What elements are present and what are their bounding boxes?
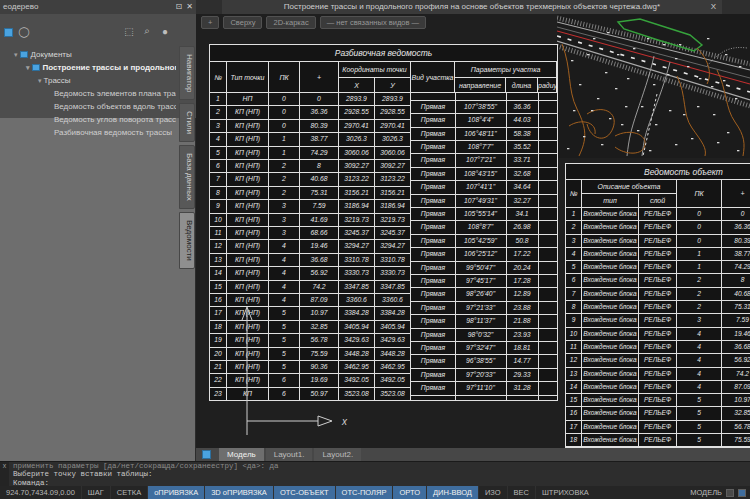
table-row[interactable]: 14Вхождение блокаРЕЛЬЕФ487.09 [566,381,750,394]
view-button[interactable]: 2D-каркас [266,16,315,29]
table-row[interactable]: 1Вхождение блокаРЕЛЬЕФ00 [566,208,750,221]
segment-row[interactable]: Прямая98°0'32"23.93 [411,328,557,341]
notification-icon[interactable] [738,489,746,497]
side-tab-Навигатор[interactable]: Навигатор [179,46,195,100]
segment-row[interactable]: Прямая98°11'37"21.88 [411,314,557,327]
table-row[interactable]: 3КП (НП)080.392970.412970.41 [210,120,411,133]
layers-icon[interactable] [4,28,13,37]
segment-row[interactable]: Прямая107°7'21"33.71 [411,153,557,166]
table-row[interactable]: 11КП (НП)368.663245.373245.37 [210,227,411,240]
status-toggle[interactable]: ОТС-ПОЛЯР [335,486,393,499]
side-tab-Стили[interactable]: Стили [179,103,195,142]
command-panel[interactable]: x применить параметры [да/нет/сокращда/с… [0,461,750,486]
model-space-button[interactable]: МОДЕЛЬ [690,488,722,497]
table-row[interactable]: 10КП (НП)341.693219.733219.73 [210,214,411,227]
table-row[interactable]: 8Вхождение блокаРЕЛЬЕФ275.31 [566,301,750,314]
table-row[interactable]: 17Вхождение блокаРЕЛЬЕФ556.78 [566,421,750,434]
table-row[interactable]: 11Вхождение блокаРЕЛЬЕФ436.68 [566,341,750,354]
tree-node-project[interactable]: ▾Построение трассы и продольного про... [4,61,176,74]
help-icon[interactable]: ● [158,24,172,38]
layout-tab-Модель[interactable]: Модель [219,448,264,461]
table-row[interactable]: 2КП (НП)036.362928.552928.55 [210,106,411,119]
table-row[interactable]: 6Вхождение блокаРЕЛЬЕФ28 [566,274,750,287]
objects-table[interactable]: Ведомость объект №Описание объектатипсло… [565,163,750,448]
pin-icon[interactable]: ⊡ [176,0,183,14]
tree-item[interactable]: Ведомость углов поворота трассы [4,113,176,126]
close-icon[interactable]: X [711,0,716,14]
segment-row[interactable]: Прямая97°45'17"17.28 [411,274,557,287]
segment-row[interactable]: Прямая106°48'11"58.38 [411,127,557,140]
workspace-icon[interactable] [726,489,734,497]
plan-drawing[interactable] [557,14,750,158]
chevron-down-icon[interactable]: ▾ [26,64,30,71]
layout-tab-Layout1.[interactable]: Layout1. [266,448,313,461]
document-tab[interactable]: Построение трассы и продольного профиля … [222,0,722,14]
segment-row[interactable]: Прямая107°38'55"36.36 [411,100,557,113]
segment-row[interactable]: Прямая107°49'31"32.27 [411,194,557,207]
status-toggle[interactable]: СЕТКА [110,486,147,499]
status-toggle[interactable]: 3D оПРИВЯЗКА [204,486,273,499]
status-toggle[interactable]: ШАГ [81,486,110,499]
table-row[interactable]: 12Вхождение блокаРЕЛЬЕФ456.92 [566,354,750,367]
segment-row[interactable]: Прямая108°7'7"35.52 [411,140,557,153]
close-icon[interactable]: x [0,462,9,469]
segment-row[interactable]: Прямая107°41'1"34.64 [411,180,557,193]
status-toggle[interactable]: ВЕС [507,486,535,499]
refresh-icon[interactable]: ◯ [17,24,31,38]
segment-row[interactable]: Прямая105°42'59"50.8 [411,234,557,247]
segment-row[interactable]: Прямая108°4'4"44.03 [411,113,557,126]
select-rect-icon[interactable]: ⬚ [122,24,136,38]
table-row[interactable]: 5Вхождение блокаРЕЛЬЕФ174.29 [566,261,750,274]
status-toggle[interactable]: ШТРИХОВКА [535,486,595,499]
segment-row[interactable]: Прямая97°32'47"18.81 [411,341,557,354]
segment-row[interactable]: Прямая108°43'15"32.68 [411,167,557,180]
save-icon[interactable] [202,450,211,459]
table-row[interactable]: 4Вхождение блокаРЕЛЬЕФ138.77 [566,248,750,261]
chevron-down-icon[interactable]: ▾ [38,77,42,84]
table-row[interactable]: 13Вхождение блокаРЕЛЬЕФ474.2 [566,368,750,381]
tree-item[interactable]: Разбивочная ведомость трассы [4,126,176,139]
layout-tab-Layout2.[interactable]: Layout2. [314,448,361,461]
status-toggle[interactable]: ОТС-ОБЪЕКТ [273,486,335,499]
status-toggle[interactable]: ДИН-ВВОД [426,486,478,499]
chevron-down-icon[interactable]: ▾ [14,51,18,58]
tree-item[interactable]: Ведомость элементов плана трассы [4,87,176,100]
view-button[interactable]: Сверху [223,16,262,29]
table-row[interactable]: 5КП (НП)174.293060.063060.06 [210,147,411,160]
table-row[interactable]: 9КП (НП)37.593186.943186.94 [210,200,411,213]
side-tab-База данных[interactable]: База данных [179,145,195,209]
segment-row[interactable]: Прямая105°55'14"34.1 [411,207,557,220]
table-row[interactable]: 6КП (НП)283092.273092.27 [210,160,411,173]
view-button[interactable]: + [201,16,219,29]
segment-row[interactable]: Прямая97°20'33"29.33 [411,368,557,381]
table-row[interactable]: 13КП (НП)436.683310.783310.78 [210,254,411,267]
segment-row[interactable]: Прямая106°25'12"17.22 [411,247,557,260]
table-row[interactable]: 7КП (НП)240.683123.223123.22 [210,173,411,186]
table-row[interactable]: 1НП002893.92893.9 [210,93,411,106]
table-row[interactable]: 14КП (НП)456.923330.733330.73 [210,267,411,280]
table-row[interactable]: 9Вхождение блокаРЕЛЬЕФ37.59 [566,314,750,327]
tree-node-trassy[interactable]: ▾Трассы [4,74,176,87]
status-toggle[interactable]: оПРИВЯЗКА [147,486,204,499]
segment-row[interactable]: Прямая98°26'40"12.89 [411,287,557,300]
table-row[interactable]: 18Вхождение блокаРЕЛЬЕФ575.59 [566,434,750,447]
table-row[interactable]: 7Вхождение блокаРЕЛЬЕФ240.68 [566,288,750,301]
segment-row[interactable]: Прямая108°8'7"26.98 [411,220,557,233]
segment-row[interactable]: Прямая97°11'10"31.28 [411,381,557,394]
table-row[interactable]: 15Вхождение блокаРЕЛЬЕФ510.97 [566,394,750,407]
close-icon[interactable]: ✕ [186,0,193,14]
segment-row[interactable]: Прямая97°21'33"23.88 [411,301,557,314]
segment-row[interactable]: Прямая96°38'55"14.77 [411,354,557,367]
table-row[interactable]: 2Вхождение блокаРЕЛЬЕФ036.36 [566,221,750,234]
segment-row[interactable]: Прямая99°50'47"20.24 [411,261,557,274]
table-row[interactable]: 16Вхождение блокаРЕЛЬЕФ532.85 [566,407,750,420]
table-row[interactable]: 10Вхождение блокаРЕЛЬЕФ419.46 [566,328,750,341]
table-row[interactable]: 3Вхождение блокаРЕЛЬЕФ080.39 [566,235,750,248]
table-row[interactable]: 4КП (НП)138.773026.33026.3 [210,133,411,146]
tree-node-documents[interactable]: ▾Документы [4,48,176,61]
table-row[interactable]: 8КП (НП)275.313156.213156.21 [210,187,411,200]
view-button[interactable]: — нет связанных видов — [320,16,426,29]
side-tab-Ведомости[interactable]: Ведомости [179,212,195,269]
tree-item[interactable]: Ведомость объектов вдоль трассы [4,100,176,113]
status-toggle[interactable]: ОРТО [392,486,426,499]
